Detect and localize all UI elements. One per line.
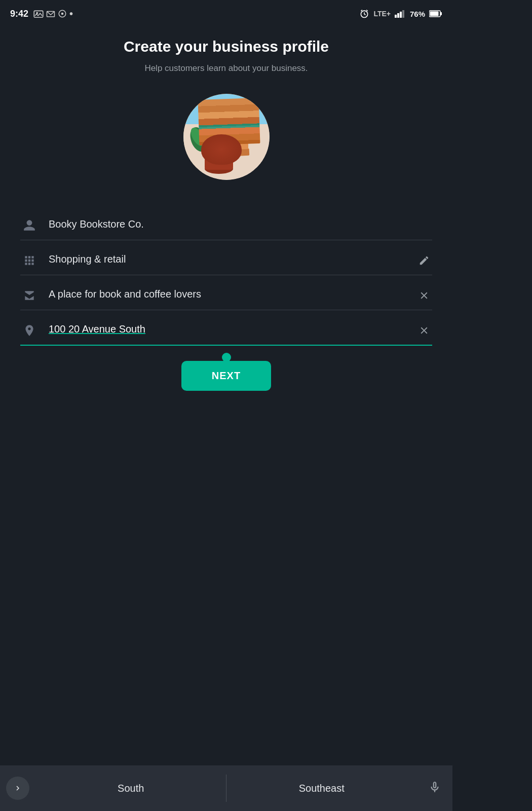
page-subtitle: Help customers learn about your business… <box>20 63 432 73</box>
person-icon <box>20 216 39 235</box>
main-content: Create your business profile Help custom… <box>0 26 452 391</box>
svg-rect-16 <box>430 12 439 16</box>
edit-category-button[interactable] <box>416 252 432 269</box>
keyboard-chevron[interactable] <box>0 765 35 811</box>
svg-line-9 <box>367 10 368 12</box>
svg-point-4 <box>61 13 64 15</box>
clear-description-button[interactable] <box>416 287 432 304</box>
avatar[interactable] <box>183 94 270 180</box>
keyboard-bar: South Southeast <box>0 765 452 811</box>
svg-line-7 <box>364 14 366 15</box>
next-button-container: NEXT <box>20 361 432 391</box>
description-field[interactable]: A place for book and coffee lovers <box>20 275 432 310</box>
svg-rect-28 <box>205 157 233 170</box>
page-title: Create your business profile <box>20 36 432 56</box>
category-value[interactable]: Shopping & retail <box>49 253 406 268</box>
next-button[interactable]: NEXT <box>181 361 271 391</box>
cursor-dot <box>222 353 231 362</box>
suggestion-south[interactable]: South <box>35 765 226 811</box>
location-icon <box>20 321 39 340</box>
address-value[interactable]: 100 20 Avenue South <box>49 323 406 338</box>
svg-rect-25 <box>206 120 246 126</box>
category-field[interactable]: Shopping & retail <box>20 240 432 275</box>
battery-label: 76% <box>410 10 425 18</box>
business-name-value[interactable]: Booky Bookstore Co. <box>49 218 432 233</box>
store-icon <box>20 286 39 305</box>
svg-line-8 <box>361 10 363 12</box>
avatar-image <box>183 94 270 180</box>
address-field[interactable]: 100 20 Avenue South <box>20 310 432 346</box>
keyboard-suggestions: South Southeast <box>35 765 417 811</box>
svg-rect-0 <box>34 11 43 17</box>
description-value[interactable]: A place for book and coffee lovers <box>49 288 406 303</box>
svg-point-31 <box>212 157 220 161</box>
svg-rect-26 <box>207 114 245 121</box>
svg-rect-15 <box>440 12 442 15</box>
svg-rect-23 <box>205 131 248 137</box>
status-right: LTE+ 76% <box>359 9 442 19</box>
keyboard-mic[interactable] <box>417 765 452 811</box>
svg-rect-21 <box>204 142 248 150</box>
svg-rect-13 <box>402 10 404 18</box>
signal-label: LTE+ <box>373 10 391 18</box>
status-time: 9:42 • <box>10 8 73 20</box>
svg-rect-10 <box>395 15 397 18</box>
svg-rect-11 <box>397 13 399 18</box>
business-name-field[interactable]: Booky Bookstore Co. <box>20 205 432 240</box>
svg-rect-12 <box>400 12 402 18</box>
clear-address-button[interactable] <box>416 322 432 339</box>
svg-rect-22 <box>205 136 248 144</box>
microphone-icon[interactable] <box>428 781 441 796</box>
expand-keyboard-button[interactable] <box>6 777 29 800</box>
suggestion-southeast[interactable]: Southeast <box>226 765 417 811</box>
status-bar: 9:42 • LTE+ 76% <box>0 0 452 26</box>
category-icon <box>20 251 39 270</box>
svg-rect-24 <box>206 125 246 132</box>
avatar-container[interactable] <box>20 94 432 180</box>
